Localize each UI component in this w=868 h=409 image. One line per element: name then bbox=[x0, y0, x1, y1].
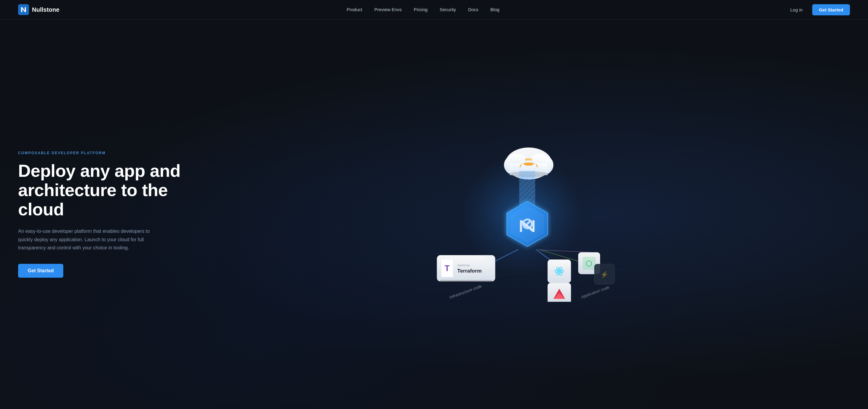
nav-preview-envs[interactable]: Preview Envs bbox=[374, 7, 402, 12]
hero-title: Deploy any app and architecture to the c… bbox=[18, 161, 193, 219]
hero-title-line1: Deploy any app and bbox=[18, 161, 181, 180]
login-button[interactable]: Log in bbox=[786, 5, 806, 15]
hero-get-started-button[interactable]: Get Started bbox=[18, 264, 63, 278]
nav-get-started-button[interactable]: Get Started bbox=[812, 4, 850, 15]
svg-rect-25 bbox=[440, 280, 492, 282]
nav-links: Product Preview Envs Pricing Security Do… bbox=[347, 7, 499, 12]
nav-security[interactable]: Security bbox=[440, 7, 456, 12]
nav-actions: Log in Get Started bbox=[786, 4, 850, 15]
svg-text:⬡: ⬡ bbox=[586, 259, 592, 267]
brand-logo[interactable]: Nullstone bbox=[18, 4, 59, 15]
nav-pricing[interactable]: Pricing bbox=[414, 7, 428, 12]
hero-title-line3: cloud bbox=[18, 199, 64, 219]
platform-diagram-svg: aws ⊘ bbox=[193, 127, 850, 302]
hero-eyebrow: COMPOSABLE DEVELOPER PLATFORM bbox=[18, 151, 193, 155]
nullstone-logo-icon bbox=[18, 4, 29, 15]
svg-text:aws: aws bbox=[525, 157, 532, 162]
svg-text:Infrastructure code: Infrastructure code bbox=[449, 284, 482, 300]
svg-text:T: T bbox=[444, 264, 450, 273]
navbar: Nullstone Product Preview Envs Pricing S… bbox=[0, 0, 868, 20]
hero-description: An easy-to-use developer platform that e… bbox=[18, 227, 163, 252]
svg-text:HashiCorp: HashiCorp bbox=[457, 264, 470, 267]
nav-product[interactable]: Product bbox=[347, 7, 362, 12]
hero-title-line2: architecture to the bbox=[18, 180, 168, 200]
svg-text:Terraform: Terraform bbox=[457, 268, 482, 274]
hero-content: COMPOSABLE DEVELOPER PLATFORM Deploy any… bbox=[18, 151, 193, 278]
nav-blog[interactable]: Blog bbox=[490, 7, 499, 12]
nav-docs[interactable]: Docs bbox=[468, 7, 478, 12]
hero-section: COMPOSABLE DEVELOPER PLATFORM Deploy any… bbox=[0, 20, 868, 409]
hero-illustration: aws ⊘ bbox=[193, 127, 850, 302]
brand-name: Nullstone bbox=[32, 6, 59, 13]
svg-text:Application code: Application code bbox=[580, 284, 610, 299]
svg-point-32 bbox=[558, 270, 561, 272]
